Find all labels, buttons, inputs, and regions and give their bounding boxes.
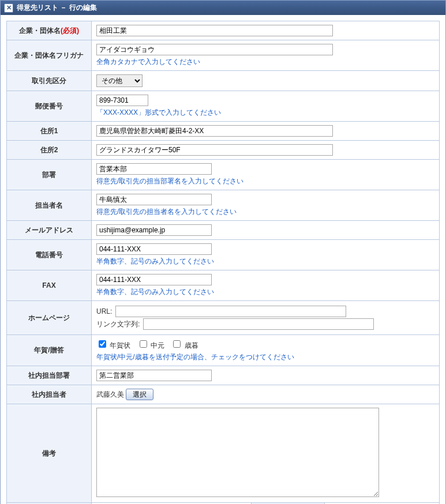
label-contact: 担当者名 (7, 190, 92, 221)
gift-checkboxes: 年賀状 中元 歳暮 (96, 338, 434, 351)
gift-seibo-checkbox[interactable] (173, 340, 181, 348)
label-homepage: ホームページ (7, 301, 92, 335)
window-title: 得意先リスト － 行の編集 (17, 3, 97, 13)
fax-input[interactable] (96, 274, 212, 285)
label-internal-dept: 社内担当部署 (7, 366, 92, 385)
company-kana-input[interactable] (96, 44, 333, 55)
company-input[interactable] (96, 25, 333, 36)
label-addr2: 住所2 (7, 141, 92, 160)
hint-fax: 半角数字、記号のみ入力してください (96, 287, 434, 297)
internal-dept-input[interactable] (96, 370, 212, 381)
gift-chugen-checkbox[interactable] (140, 340, 147, 348)
hint-gifts: 年賀状/中元/歳暮を送付予定の場合、チェックをつけてください (96, 352, 434, 362)
email-input[interactable] (96, 224, 212, 236)
hint-contact: 得意先/取引先の担当者名を入力してください (96, 207, 434, 217)
addr2-input[interactable] (96, 144, 333, 156)
notes-textarea[interactable] (96, 408, 379, 497)
label-company: 企業・団体名(必須) (7, 21, 92, 40)
label-fax: FAX (7, 270, 92, 301)
dialog-window: ✕ 得意先リスト － 行の編集 企業・団体名(必須) 企業・団体名フリガナ 全角… (0, 0, 446, 504)
label-tel: 電話番号 (7, 240, 92, 270)
gift-nenga-checkbox[interactable] (99, 340, 106, 348)
label-addr1: 住所1 (7, 122, 92, 141)
label-postal: 郵便番号 (7, 91, 92, 122)
form-area: 企業・団体名(必須) 企業・団体名フリガナ 全角カタカナで入力してください 取引… (1, 15, 445, 504)
dept-input[interactable] (96, 163, 212, 175)
label-url: URL: (96, 307, 112, 315)
label-internal-person: 社内担当者 (7, 385, 92, 404)
form-table: 企業・団体名(必須) 企業・団体名フリガナ 全角カタカナで入力してください 取引… (6, 21, 440, 504)
postal-input[interactable] (96, 95, 148, 106)
category-select[interactable]: その他 (96, 74, 143, 87)
linktext-input[interactable] (143, 318, 374, 330)
hint-tel: 半角数字、記号のみ入力してください (96, 257, 434, 266)
label-category: 取引先区分 (7, 71, 92, 91)
hint-dept: 得意先/取引先の担当部署名を入力してください (96, 176, 434, 186)
label-linktext: リンク文字列: (96, 319, 140, 329)
close-icon[interactable]: ✕ (4, 3, 13, 13)
label-gifts: 年賀/贈答 (7, 335, 92, 366)
label-notes: 備考 (7, 404, 92, 503)
contact-input[interactable] (96, 194, 212, 205)
label-company-kana: 企業・団体名フリガナ (7, 40, 92, 71)
tel-input[interactable] (96, 243, 212, 255)
select-person-button[interactable]: 選択 (126, 389, 153, 400)
label-email: メールアドレス (7, 221, 92, 240)
titlebar: ✕ 得意先リスト － 行の編集 (1, 1, 445, 15)
hint-postal: 「XXX-XXXX」形式で入力してください (96, 108, 434, 118)
label-dept: 部署 (7, 160, 92, 190)
internal-person-value: 武藤久美 (96, 390, 124, 398)
addr1-input[interactable] (96, 125, 333, 137)
hint-kana: 全角カタカナで入力してください (96, 57, 434, 67)
url-input[interactable] (115, 306, 346, 317)
